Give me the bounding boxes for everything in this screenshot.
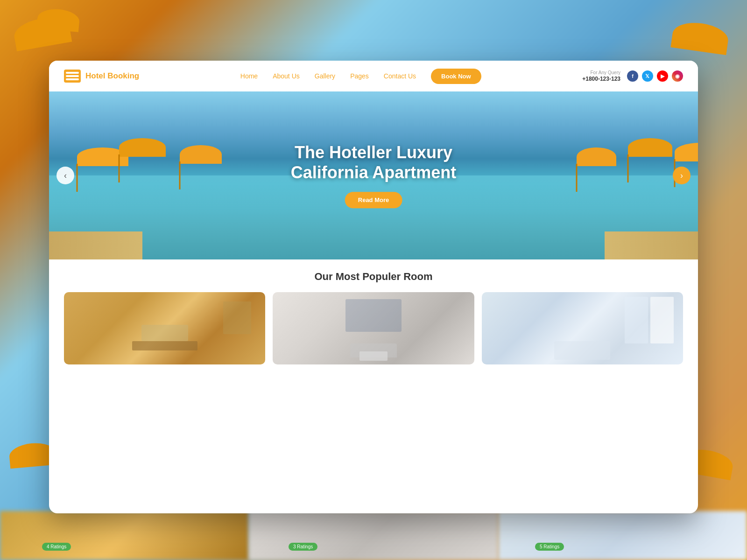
hero-title-line1: The Hoteller Luxury [291, 142, 457, 162]
navbar: Hotel Booking Home About Us Gallery Page… [49, 61, 698, 91]
room-card-3[interactable] [482, 292, 683, 364]
youtube-icon[interactable]: ▶ [657, 70, 668, 82]
nav-contact[interactable]: Contact Us [384, 72, 416, 80]
logo-icon-line-1 [66, 72, 79, 74]
logo-icon [64, 70, 81, 83]
bottom-card-2 [249, 511, 498, 560]
room-artwork [345, 299, 402, 332]
facebook-icon[interactable]: f [627, 70, 638, 82]
hero-title: The Hoteller Luxury California Apartment [291, 142, 457, 182]
room-card-2[interactable] [273, 292, 474, 364]
book-now-button[interactable]: Book Now [431, 69, 481, 84]
bottom-blur-section [0, 511, 747, 560]
slider-next-button[interactable]: › [673, 167, 691, 184]
rooms-grid [64, 292, 683, 364]
room-curtain-2 [625, 297, 648, 343]
bottom-card-3 [498, 511, 747, 560]
contact-query: For Any Query [582, 70, 620, 76]
bottom-badge-3: 5 Ratings [535, 543, 564, 551]
nav-right: For Any Query +1800-123-123 f 𝕏 ▶ ◉ [582, 70, 683, 83]
room-card-1[interactable] [64, 292, 265, 364]
contact-info: For Any Query +1800-123-123 [582, 70, 620, 83]
room-wall-art [223, 301, 251, 334]
room-desk [132, 341, 197, 350]
logo-text: Hotel Booking [85, 71, 139, 81]
room-coffee-table [359, 351, 388, 361]
hero-title-line2: California Apartment [291, 163, 457, 183]
bottom-badge-1: 4 Ratings [42, 543, 71, 551]
nav-about[interactable]: About Us [273, 72, 300, 80]
room-image-2 [273, 292, 474, 364]
room-bedding [141, 325, 188, 341]
room-image-1 [64, 292, 265, 364]
instagram-icon[interactable]: ◉ [672, 70, 683, 82]
bottom-badge-2: 3 Ratings [289, 543, 317, 551]
rooms-section: Our Most Populer Room [49, 259, 698, 374]
hero-content: The Hoteller Luxury California Apartment… [291, 142, 457, 208]
nav-pages[interactable]: Pages [350, 72, 369, 80]
main-card: Hotel Booking Home About Us Gallery Page… [49, 61, 698, 513]
logo-area: Hotel Booking [64, 70, 139, 83]
read-more-button[interactable]: Read More [345, 192, 402, 209]
room-image-3 [482, 292, 683, 364]
hero-slider: The Hoteller Luxury California Apartment… [49, 91, 698, 259]
slider-prev-button[interactable]: ‹ [56, 167, 74, 184]
twitter-icon[interactable]: 𝕏 [642, 70, 653, 82]
social-icons: f 𝕏 ▶ ◉ [627, 70, 683, 82]
hero-deck-left [49, 231, 142, 259]
logo-icon-line-3 [66, 78, 79, 80]
hero-deck-right [605, 231, 698, 259]
nav-home[interactable]: Home [240, 72, 258, 80]
bottom-card-1 [0, 511, 249, 560]
rooms-section-title: Our Most Populer Room [64, 271, 683, 283]
logo-icon-line-2 [66, 75, 79, 77]
room-curtain-1 [650, 297, 674, 343]
contact-number: +1800-123-123 [582, 76, 620, 83]
nav-gallery[interactable]: Gallery [315, 72, 335, 80]
room-bed [554, 341, 610, 360]
nav-links: Home About Us Gallery Pages Contact Us B… [240, 69, 481, 84]
